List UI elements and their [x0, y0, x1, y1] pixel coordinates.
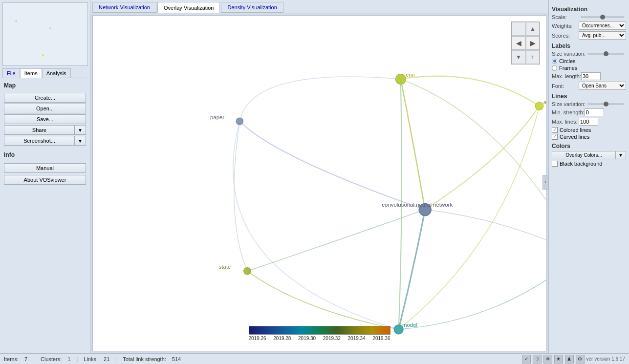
labels-size-slider-thumb[interactable]: [604, 51, 608, 56]
svg-point-2: [236, 118, 243, 125]
tab-overlay-visualization[interactable]: Overlay Visualization: [157, 2, 220, 13]
items-label: Items:: [4, 356, 19, 362]
tab-network-visualization[interactable]: Network Visualization: [92, 2, 156, 13]
lines-size-slider-thumb[interactable]: [604, 102, 608, 107]
frames-label: Frames: [559, 65, 577, 71]
viz-tabs: Network Visualization Overlay Visualizat…: [90, 0, 548, 13]
black-background-checkbox[interactable]: [552, 161, 558, 167]
nav-right-button[interactable]: ▶: [526, 36, 540, 50]
font-row: Font: Open Sans: [552, 82, 626, 90]
max-lines-row: Max. lines:: [552, 118, 626, 126]
scale-slider-thumb[interactable]: [600, 15, 605, 20]
clusters-label: Clusters:: [41, 356, 62, 362]
scores-dropdown[interactable]: Avg. pub...: [579, 31, 626, 40]
status-icon-1[interactable]: ✓: [522, 355, 531, 364]
status-icon-4[interactable]: ★: [554, 355, 563, 364]
svg-text:paper: paper: [210, 114, 224, 120]
weights-dropdown[interactable]: Occurrences...: [579, 21, 626, 30]
save-button[interactable]: Save...: [4, 114, 86, 124]
colored-lines-label: Colored lines: [560, 127, 591, 133]
circles-radio[interactable]: [552, 59, 557, 64]
labels-title: Labels: [552, 43, 626, 49]
thumbnail-area: [2, 2, 88, 66]
status-bar: Items: 7 | Clusters: 1 | Links: 21 | Tot…: [0, 353, 629, 364]
scale-slider-track: [581, 16, 624, 18]
tab-density-visualization[interactable]: Density Visualization: [221, 2, 283, 13]
share-arrow-button[interactable]: ▼: [74, 125, 86, 135]
screenshot-arrow-button[interactable]: ▼: [74, 136, 86, 146]
map-section-label: Map: [0, 78, 90, 91]
font-label: Font:: [552, 83, 579, 89]
share-button[interactable]: Share: [4, 125, 74, 135]
status-icon-2[interactable]: ☽: [533, 355, 542, 364]
svg-point-1: [535, 102, 543, 110]
labels-size-slider-track: [587, 53, 624, 55]
about-button[interactable]: About VOSviewer: [4, 175, 86, 185]
navigation-controls: ▲ ◀ ▶ ▼ +: [511, 21, 540, 64]
overlay-colors-button[interactable]: Overlay Colors...: [552, 151, 616, 159]
screenshot-split-button: Screenshot... ▼: [4, 136, 86, 146]
font-dropdown[interactable]: Open Sans: [579, 82, 626, 90]
max-lines-label: Max. lines:: [552, 119, 579, 125]
svg-point-5: [244, 268, 251, 275]
total-link-value: 514: [172, 356, 181, 362]
visualization-canvas: cnn accuracy paper convolutional neural …: [92, 15, 546, 351]
left-tabs: File Items Analysis: [2, 68, 87, 78]
nav-left-button[interactable]: ◀: [512, 36, 525, 50]
scale-label-4: 2019.34: [348, 336, 366, 341]
frames-radio-row: Frames: [552, 65, 626, 71]
open-button[interactable]: Open...: [4, 104, 86, 113]
collapse-panel-button[interactable]: ›: [542, 175, 548, 190]
max-length-label: Max. length:: [552, 73, 581, 79]
min-strength-label: Min. strength:: [552, 109, 585, 115]
links-value: 21: [104, 356, 109, 362]
manual-button[interactable]: Manual: [4, 163, 86, 173]
svg-text:state: state: [219, 264, 231, 270]
tab-file[interactable]: File: [2, 68, 20, 78]
screenshot-button[interactable]: Screenshot...: [4, 136, 74, 146]
visualization-title: Visualization: [552, 6, 626, 13]
svg-text:convolutional neural network: convolutional neural network: [382, 202, 453, 208]
min-strength-input[interactable]: [585, 108, 604, 116]
items-value: 7: [24, 356, 27, 362]
svg-point-0: [395, 74, 406, 85]
status-icons: ✓ ☽ ❄ ★ ♟ ⚙ ver version 1.6.17: [522, 355, 626, 364]
colored-lines-checkbox[interactable]: [552, 127, 558, 133]
scores-label: Scores:: [552, 33, 579, 39]
lines-size-slider-track: [587, 103, 624, 105]
svg-text:accuracy: accuracy: [543, 99, 546, 105]
scale-row: Scale:: [552, 14, 626, 20]
left-panel: File Items Analysis Map Create... Open..…: [0, 0, 90, 353]
scale-label-2: 2019.30: [298, 336, 316, 341]
center-area: Network Visualization Overlay Visualizat…: [90, 0, 548, 353]
weights-row: Weights: Occurrences...: [552, 21, 626, 30]
status-icon-5[interactable]: ♟: [565, 355, 574, 364]
circles-radio-row: Circles: [552, 58, 626, 64]
weights-label: Weights:: [552, 23, 579, 29]
status-icon-6[interactable]: ⚙: [576, 355, 585, 364]
tab-items[interactable]: Items: [20, 68, 42, 78]
labels-size-variation-label: Size variation:: [552, 51, 586, 57]
scale-label-3: 2019.32: [323, 336, 341, 341]
right-panel: Visualization Scale: Weights: Occurrence…: [548, 0, 629, 353]
scale-label: Scale:: [552, 14, 579, 20]
links-label: Links:: [84, 356, 98, 362]
clusters-value: 1: [67, 356, 70, 362]
info-section-label: Info: [0, 148, 90, 160]
frames-radio[interactable]: [552, 65, 557, 71]
lines-title: Lines: [552, 93, 626, 100]
version-label: ver version 1.6.17: [586, 356, 626, 362]
tab-analysis[interactable]: Analysis: [42, 68, 71, 78]
circles-label: Circles: [559, 58, 576, 64]
svg-text:cnn: cnn: [406, 72, 414, 78]
create-button[interactable]: Create...: [4, 93, 86, 103]
lines-size-variation-label: Size variation:: [552, 101, 586, 107]
status-icon-3[interactable]: ❄: [543, 355, 552, 364]
max-lines-input[interactable]: [579, 118, 598, 126]
curved-lines-checkbox[interactable]: [552, 134, 558, 140]
overlay-colors-arrow-button[interactable]: ▼: [616, 151, 626, 159]
overlay-colors-row: Overlay Colors... ▼: [552, 151, 626, 159]
info-buttons-group: Manual About VOSviewer: [0, 160, 90, 188]
max-length-input[interactable]: [581, 72, 601, 80]
scale-label-1: 2019.28: [273, 336, 291, 341]
